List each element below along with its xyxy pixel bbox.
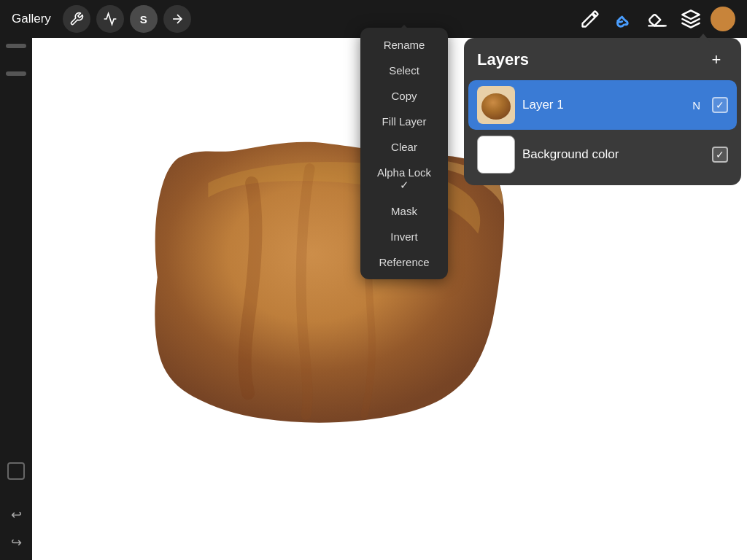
mask-menu-item[interactable]: Mask [360,198,448,224]
layers-caret [696,34,711,42]
wrench-button[interactable] [63,5,90,33]
layer-name: Layer 1 [522,98,685,112]
add-layer-button[interactable]: + [705,48,728,71]
brush-size-slider[interactable] [6,44,26,48]
arrow-button[interactable] [163,5,191,33]
layer-visibility-checkbox[interactable]: ✓ [712,97,728,113]
layer-name: Background color [522,147,705,162]
layer-row[interactable]: Layer 1N✓ [468,80,737,130]
reference-menu-item[interactable]: Reference [360,249,448,275]
layer-mode: N [692,99,700,112]
avatar[interactable] [711,7,735,31]
layers-title: Layers [477,50,529,69]
redo-button[interactable]: ↪ [4,531,28,554]
layer-thumbnail [477,86,515,124]
select-menu-item[interactable]: Select [360,58,448,83]
undo-button[interactable]: ↩ [4,503,28,526]
gallery-button[interactable]: Gallery [12,12,51,26]
smear-tool-button[interactable] [610,5,638,33]
eraser-tool-button[interactable] [643,5,671,33]
smudge-button[interactable]: S [130,5,158,33]
layers-panel: Layers + Layer 1N✓Background color✓ [464,38,741,185]
layers-list: Layer 1N✓Background color✓ [464,80,741,179]
color-square[interactable] [7,462,25,480]
layers-tool-button[interactable] [677,5,705,33]
left-sidebar: ↩ ↪ [0,38,32,560]
layer-visibility-checkbox[interactable]: ✓ [712,147,728,163]
alpha-lock-menu-item[interactable]: Alpha Lock ✓ [360,160,448,198]
svg-marker-1 [682,10,699,19]
rename-menu-item[interactable]: Rename [360,32,448,58]
clear-menu-item[interactable]: Clear [360,134,448,160]
fill-layer-menu-item[interactable]: Fill Layer [360,109,448,134]
layer-row[interactable]: Background color✓ [468,130,737,179]
adjust-button[interactable] [96,5,124,33]
right-tools [576,5,735,33]
copy-menu-item[interactable]: Copy [360,83,448,109]
context-menu: RenameSelectCopyFill LayerClearAlpha Loc… [360,28,448,279]
layers-header: Layers + [464,38,741,80]
brush-tool-button[interactable] [576,5,604,33]
layer-thumbnail [477,136,515,174]
opacity-slider[interactable] [6,71,26,76]
invert-menu-item[interactable]: Invert [360,224,448,249]
svg-point-3 [481,93,511,120]
